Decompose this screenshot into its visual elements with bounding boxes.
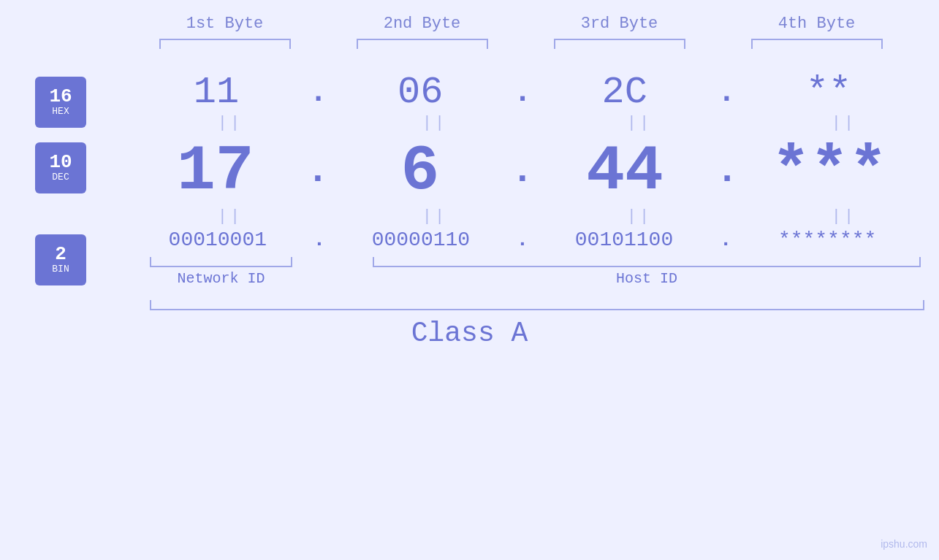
network-id-label: Network ID [150,270,292,287]
hex-section: 16 HEX 11 . 06 . 2C . ** [0,71,939,114]
byte-header-4: 4th Byte [737,15,897,33]
bracket-host [373,257,921,267]
eq-2: || [365,114,504,132]
byte-headers: 1st Byte 2nd Byte 3rd Byte 4th Byte [126,15,916,33]
bracket-top-1 [159,39,291,49]
watermark: ipshu.com [881,538,927,550]
bin-byte-4: ******** [758,229,897,251]
main-container: 1st Byte 2nd Byte 3rd Byte 4th Byte 16 H… [0,0,939,560]
hex-byte-2: 06 [351,71,490,114]
bin-section: 2 BIN 00010001 . 00000110 . 00101100 . *… [0,229,939,251]
byte-header-1: 1st Byte [145,15,305,33]
hex-dot-1: . [309,75,327,110]
dec-section: 10 DEC 17 . 6 . 44 . *** [0,135,939,207]
dec-byte-3: 44 [555,135,694,207]
class-label: Class A [411,318,528,349]
hex-dot-3: . [718,75,736,110]
eq-3: || [570,114,709,132]
hex-row: 11 . 06 . 2C . ** [0,71,939,114]
outer-bracket [150,300,924,310]
eq2-1: || [161,207,300,226]
eq2-3: || [570,207,709,226]
eq-1: || [161,114,300,132]
equals-dec-bin: || || || || [150,207,924,226]
hex-byte-3: 2C [555,71,694,114]
bin-byte-3: 00101100 [555,229,693,251]
dec-byte-1: 17 [146,135,285,207]
dec-dot-3: . [716,150,739,193]
dec-byte-4: *** [760,135,899,207]
eq2-2: || [365,207,504,226]
bracket-top-4 [751,39,883,49]
dec-row: 17 . 6 . 44 . *** [0,135,939,207]
bin-byte-2: 00000110 [351,229,490,251]
bin-dot-3: . [720,229,732,251]
bin-dot-1: . [313,229,325,251]
eq2-4: || [775,207,913,226]
host-id-label: Host ID [373,270,921,287]
hex-dot-2: . [513,75,531,110]
hex-byte-1: 11 [147,71,286,114]
byte-header-3: 3rd Byte [539,15,700,33]
bracket-top-2 [357,39,488,49]
dec-dot-1: . [306,150,329,193]
hex-values: 11 . 06 . 2C . ** [135,71,910,114]
hex-byte-4: ** [759,71,898,114]
dec-values: 17 . 6 . 44 . *** [135,135,910,207]
byte-header-2: 2nd Byte [342,15,503,33]
top-brackets [126,39,916,49]
bin-dot-2: . [517,229,529,251]
bin-values: 00010001 . 00000110 . 00101100 . *******… [135,229,910,251]
bin-byte-1: 00010001 [148,229,287,251]
bracket-network [150,257,292,267]
bracket-top-3 [554,39,685,49]
equals-hex-dec: || || || || [150,114,924,132]
bottom-brackets [150,257,924,267]
bin-row: 00010001 . 00000110 . 00101100 . *******… [0,229,939,251]
dec-dot-2: . [511,150,533,193]
eq-4: || [775,114,913,132]
id-labels: Network ID Host ID [150,270,924,287]
dec-byte-2: 6 [351,135,490,207]
